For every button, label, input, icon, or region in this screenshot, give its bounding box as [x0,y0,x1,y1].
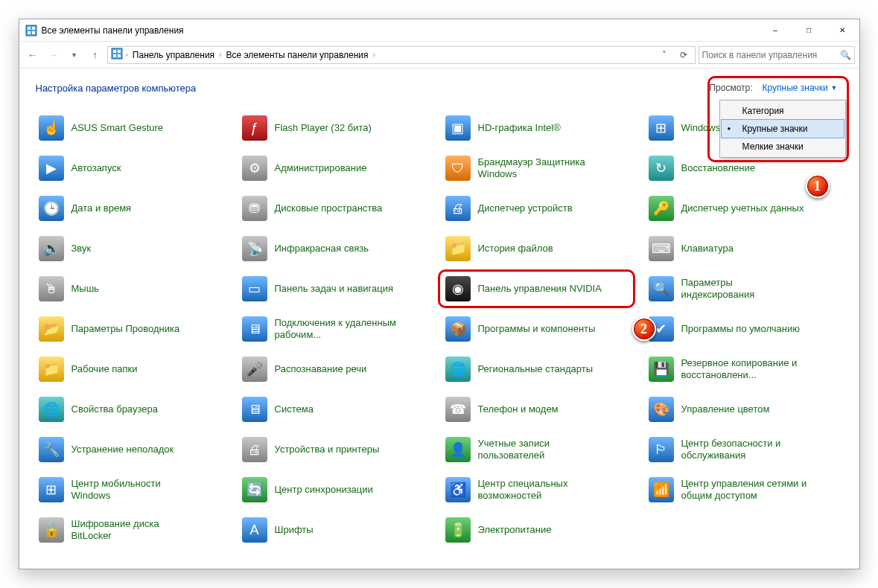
back-button[interactable]: ← [24,46,42,64]
control-panel-item[interactable]: ⊞Центр мобильности Windows [36,475,233,505]
control-panel-item[interactable]: AШрифты [239,515,436,545]
control-panel-item[interactable]: 🖥Подключения к удаленным рабочим... [239,314,436,344]
item-label: Flash Player (32 бита) [275,122,372,134]
item-label: Центр управления сетями и общим доступом [681,478,808,501]
item-icon: ⊞ [649,115,674,141]
control-panel-item[interactable]: 📶Центр управления сетями и общим доступо… [646,475,843,505]
item-icon: 🖱 [39,276,64,301]
control-panel-item[interactable]: ▶Автозапуск [36,153,233,183]
view-control: Просмотр: Крупные значки ▼ [709,80,842,95]
address-dropdown-icon[interactable]: ˅ [656,47,672,63]
item-label: Параметры Проводника [71,323,180,335]
control-panel-item[interactable]: ▣HD-графика Intel® [442,113,640,143]
view-dropdown-item[interactable]: Категория [722,102,844,120]
item-icon: 📶 [649,477,674,502]
item-icon: 🎤 [242,357,267,382]
control-panel-item[interactable]: 🎤Распознавание речи [239,354,436,384]
item-icon: 🔒 [39,517,64,543]
breadcrumb-sep-icon[interactable]: › [373,51,375,59]
search-input[interactable] [702,50,840,60]
control-panel-item[interactable]: ♿Центр специальных возможностей [442,475,640,505]
item-icon: 🌐 [39,397,64,422]
control-panel-item[interactable]: ▭Панель задач и навигация [239,274,436,304]
control-panel-item[interactable]: 📁Рабочие папки [36,354,233,384]
control-panel-item[interactable]: ⌨Клавиатура [646,234,843,263]
control-panel-item[interactable]: 📁История файлов [442,234,640,263]
view-select[interactable]: Крупные значки ▼ [757,80,843,95]
item-label: Центр безопасности и обслуживания [681,438,808,461]
control-panel-item[interactable]: 🌐Свойства браузера [36,394,233,424]
control-panel-grid: ☝ASUS Smart GestureƒFlash Player (32 бит… [36,113,843,545]
view-label: Просмотр: [709,83,752,93]
control-panel-item[interactable]: 📦Программы и компоненты [442,314,640,344]
control-panel-item[interactable]: 👤Учетные записи пользователей [442,435,640,464]
svg-rect-2 [32,27,35,30]
up-button[interactable]: ↑ [86,46,104,64]
item-icon: 💾 [649,357,674,382]
recent-locations-button[interactable]: ▾ [66,46,83,64]
search-box[interactable]: 🔍 [699,46,855,64]
item-label: Программы и компоненты [478,323,596,335]
control-panel-item[interactable]: 📡Инфракрасная связь [239,234,436,263]
control-panel-item[interactable]: 🔒Шифрование диска BitLocker [36,515,233,545]
control-panel-item[interactable]: ƒFlash Player (32 бита) [239,113,436,143]
control-panel-item[interactable]: 💾Резервное копирование и восстановлени..… [646,354,843,384]
breadcrumb-sep-icon[interactable]: › [126,51,128,59]
breadcrumb-sep-icon[interactable]: › [219,51,221,59]
control-panel-item[interactable]: 🕒Дата и время [36,194,233,223]
control-panel-item[interactable]: 🔍Параметры индексирования [646,274,843,304]
control-panel-item[interactable]: 🖨Диспетчер устройств [442,194,640,223]
control-panel-item[interactable]: ⚙Администрирование [239,153,436,183]
breadcrumb-item[interactable]: Все элементы панели управления [224,50,369,60]
view-dropdown-item[interactable]: Крупные значки [722,120,844,138]
control-panel-item[interactable]: 🔋Электропитание [442,515,640,545]
item-icon: 📡 [242,236,267,261]
item-label: Администрирование [275,162,367,174]
view-dropdown: КатегорияКрупные значкиМелкие значки [719,100,846,158]
item-label: Программы по умолчанию [681,323,800,335]
item-label: Диспетчер учетных данных [681,202,804,214]
breadcrumb-item[interactable]: Панель управления [131,50,216,60]
control-panel-item[interactable]: ☝ASUS Smart Gesture [36,113,233,143]
maximize-button[interactable]: □ [792,19,826,41]
item-icon: 🎨 [649,397,674,422]
item-icon: 📁 [39,357,64,382]
forward-button[interactable]: → [45,46,63,64]
control-panel-icon [25,25,37,36]
item-label: ASUS Smart Gesture [71,122,164,134]
control-panel-item[interactable]: 🖱Мышь [36,274,233,304]
close-button[interactable]: ✕ [826,19,859,41]
control-panel-item[interactable]: ⛃Дисковые пространства [239,194,436,223]
item-icon: ☝ [39,115,64,141]
control-panel-item[interactable]: 🖨Устройства и принтеры [239,435,436,464]
content-area: Настройка параметров компьютера Просмотр… [19,68,859,569]
item-label: Региональные стандарты [478,363,593,375]
item-label: Клавиатура [681,243,734,255]
address-bar[interactable]: › Панель управления › Все элементы панел… [107,46,696,64]
control-panel-item[interactable]: 🌐Региональные стандарты [442,354,640,384]
item-label: Устранение неполадок [71,444,174,456]
item-label: Центр мобильности Windows [71,478,198,501]
control-panel-item[interactable]: ✔Программы по умолчанию [646,314,843,344]
item-icon: 🌐 [445,357,471,382]
minimize-button[interactable]: – [759,19,792,41]
control-panel-item[interactable]: 🖥Система [239,394,436,424]
item-icon: 🛡 [445,156,471,181]
control-panel-item[interactable]: 🔑Диспетчер учетных данных [646,194,843,223]
control-panel-item[interactable]: 🔊Звук [36,234,233,263]
control-panel-item[interactable]: 🎨Управление цветом [646,394,843,424]
control-panel-item[interactable]: 🛡Брандмауэр Защитника Windows [442,153,640,183]
item-icon: A [242,517,267,543]
refresh-button[interactable]: ⟳ [675,47,692,63]
control-panel-item[interactable]: 📂Параметры Проводника [36,314,233,344]
item-label: Дисковые пространства [275,202,383,214]
control-panel-item[interactable]: 🏳Центр безопасности и обслуживания [646,435,843,464]
view-dropdown-item[interactable]: Мелкие значки [722,138,844,156]
control-panel-item[interactable]: ☎Телефон и модем [442,394,640,424]
item-label: Дата и время [71,202,132,214]
control-panel-item[interactable]: 🔧Устранение неполадок [36,435,233,464]
search-icon[interactable]: 🔍 [840,50,851,60]
item-icon: ▣ [445,115,471,141]
control-panel-item[interactable]: ◉Панель управления NVIDIA [442,274,640,304]
control-panel-item[interactable]: 🔄Центр синхронизации [239,475,436,505]
